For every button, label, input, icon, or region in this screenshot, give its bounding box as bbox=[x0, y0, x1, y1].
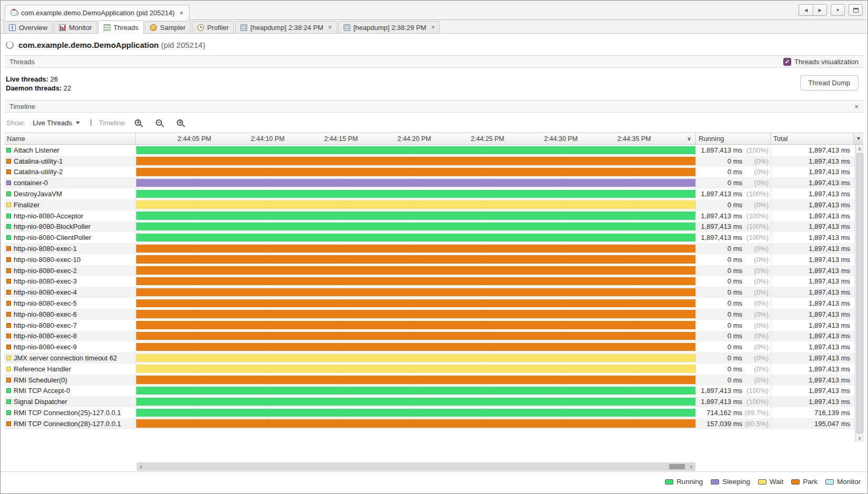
table-row[interactable]: http-nio-8080-exec-80 ms(0%)1,897,413 ms bbox=[4, 331, 864, 342]
table-row[interactable]: http-nio-8080-exec-90 ms(0%)1,897,413 ms bbox=[4, 341, 864, 352]
total-column-header[interactable]: Total bbox=[771, 133, 854, 144]
daemon-threads-value: 22 bbox=[64, 84, 71, 92]
daemon-threads-line: Daemon threads: 22 bbox=[6, 84, 862, 93]
running-column-header[interactable]: Running bbox=[696, 133, 771, 144]
show-threads-dropdown[interactable]: Live Threads bbox=[29, 117, 83, 128]
close-tab-icon[interactable]: × bbox=[179, 9, 184, 17]
thread-state-icon bbox=[6, 345, 11, 349]
tab-profiler[interactable]: Profiler bbox=[192, 21, 234, 33]
table-row[interactable]: http-nio-8080-exec-40 ms(0%)1,897,413 ms bbox=[4, 287, 864, 298]
zoom-fit-icon[interactable]: + bbox=[177, 119, 183, 126]
close-timeline-icon[interactable]: × bbox=[854, 103, 859, 110]
thread-state-icon bbox=[6, 410, 11, 415]
thread-running-cell: 0 ms(0%) bbox=[696, 276, 771, 287]
table-row[interactable]: Attach Listener1,897,413 ms(100%)1,897,4… bbox=[4, 145, 864, 156]
running-value: 0 ms bbox=[728, 256, 742, 264]
table-row[interactable]: Catalina-utility-20 ms(0%)1,897,413 ms bbox=[4, 167, 864, 178]
table-row[interactable]: RMI Scheduler(0)0 ms(0%)1,897,413 ms bbox=[4, 375, 864, 386]
sort-chevron-icon[interactable]: ∨ bbox=[687, 135, 691, 142]
table-row[interactable]: http-nio-8080-BlockPoller1,897,413 ms(10… bbox=[4, 221, 864, 233]
running-percent: (0%) bbox=[742, 157, 769, 165]
thread-timeline-cell bbox=[136, 287, 696, 298]
tab-list-button[interactable]: ▼ bbox=[831, 4, 845, 16]
table-row[interactable]: container-00 ms(0%)1,897,413 ms bbox=[4, 177, 864, 188]
application-tab-label: com.example.demo.DemoApplication (pid 20… bbox=[21, 9, 175, 17]
tab--heapdump-2-38-24-pm[interactable]: [heapdump] 2:38:24 PM× bbox=[235, 21, 337, 33]
time-tick: 2:44:05 PM bbox=[178, 133, 211, 145]
thread-running-cell: 0 ms(0%) bbox=[696, 199, 771, 210]
thread-total-cell: 1,897,413 ms bbox=[771, 396, 854, 407]
vertical-scrollbar[interactable]: ∧ ∨ bbox=[855, 145, 864, 442]
restore-window-button[interactable] bbox=[849, 4, 863, 16]
table-row[interactable]: RMI TCP Connection(28)-127.0.0.1157,039 … bbox=[4, 418, 864, 429]
table-row[interactable]: http-nio-8080-exec-100 ms(0%)1,897,413 m… bbox=[4, 254, 864, 265]
table-row[interactable]: Finalizer0 ms(0%)1,897,413 ms bbox=[4, 199, 864, 210]
application-tab[interactable]: com.example.demo.DemoApplication (pid 20… bbox=[5, 5, 189, 20]
time-tick: 2:44:25 PM bbox=[471, 133, 504, 145]
thread-state-icon bbox=[6, 388, 11, 393]
thread-running-cell: 0 ms(0%) bbox=[696, 243, 771, 254]
thread-timeline-cell bbox=[136, 396, 696, 407]
name-column-header[interactable]: Name bbox=[4, 133, 136, 144]
horizontal-scroll-track[interactable] bbox=[145, 462, 687, 471]
running-value: 0 ms bbox=[728, 201, 742, 209]
thread-activity-bar bbox=[136, 398, 695, 406]
table-row[interactable]: http-nio-8080-exec-60 ms(0%)1,897,413 ms bbox=[4, 309, 864, 320]
vertical-scroll-thumb[interactable] bbox=[856, 153, 863, 433]
thread-state-icon bbox=[6, 191, 11, 196]
thread-name-cell: http-nio-8080-exec-9 bbox=[4, 341, 136, 352]
thread-running-cell: 0 ms(0%) bbox=[696, 177, 771, 188]
table-row[interactable]: http-nio-8080-exec-70 ms(0%)1,897,413 ms bbox=[4, 320, 864, 331]
scroll-right-icon[interactable]: › bbox=[687, 463, 695, 470]
back-button[interactable]: ◀ bbox=[799, 4, 813, 16]
tab-threads[interactable]: Threads bbox=[98, 21, 144, 34]
scroll-up-icon[interactable]: ∧ bbox=[855, 145, 864, 153]
table-row[interactable]: RMI TCP Accept-01,897,413 ms(100%)1,897,… bbox=[4, 386, 864, 397]
running-percent: (100%) bbox=[742, 387, 769, 395]
table-row[interactable]: RMI TCP Connection(25)-127.0.0.1714,162 … bbox=[4, 407, 864, 418]
zoom-out-icon[interactable]: − bbox=[156, 119, 162, 126]
thread-timeline-cell bbox=[136, 232, 696, 243]
horizontal-scrollbar[interactable]: ‹ › bbox=[137, 462, 695, 471]
running-percent: (0%) bbox=[742, 245, 769, 253]
legend-swatch bbox=[758, 479, 766, 485]
table-row[interactable]: JMX server connection timeout 620 ms(0%)… bbox=[4, 352, 864, 364]
tab--heapdump-2-38-29-pm[interactable]: [heapdump] 2:38:29 PM× bbox=[338, 21, 440, 33]
table-row[interactable]: http-nio-8080-ClientPoller1,897,413 ms(1… bbox=[4, 232, 864, 243]
thread-total-cell: 716,139 ms bbox=[771, 407, 854, 418]
table-row[interactable]: http-nio-8080-exec-20 ms(0%)1,897,413 ms bbox=[4, 265, 864, 276]
thread-name-cell: Signal Dispatcher bbox=[4, 396, 136, 407]
table-row[interactable]: DestroyJavaVM1,897,413 ms(100%)1,897,413… bbox=[4, 188, 864, 199]
horizontal-scroll-thumb[interactable] bbox=[669, 464, 685, 469]
thread-dump-button[interactable]: Thread Dump bbox=[800, 75, 859, 90]
column-picker-button[interactable] bbox=[854, 133, 863, 144]
table-row[interactable]: Reference Handler0 ms(0%)1,897,413 ms bbox=[4, 364, 864, 375]
tab-sampler[interactable]: Sampler bbox=[145, 21, 190, 33]
table-row[interactable]: http-nio-8080-exec-10 ms(0%)1,897,413 ms bbox=[4, 243, 864, 254]
threads-visualization-checkbox[interactable]: ✓ bbox=[783, 58, 791, 66]
timeline-column-header[interactable]: ∨ 2:44:05 PM2:44:10 PM2:44:15 PM2:44:20 … bbox=[136, 133, 696, 144]
thread-total-cell: 1,897,413 ms bbox=[771, 210, 854, 221]
table-row[interactable]: http-nio-8080-Acceptor1,897,413 ms(100%)… bbox=[4, 210, 864, 221]
table-row[interactable]: Catalina-utility-10 ms(0%)1,897,413 ms bbox=[4, 156, 864, 167]
tab-monitor[interactable]: Monitor bbox=[54, 21, 97, 33]
thread-name-cell: http-nio-8080-exec-5 bbox=[4, 298, 136, 309]
close-tab-icon[interactable]: × bbox=[328, 24, 332, 31]
forward-button[interactable]: ▶ bbox=[813, 4, 827, 16]
thread-activity-bar bbox=[136, 179, 695, 187]
running-value: 1,897,413 ms bbox=[701, 146, 742, 154]
thread-state-icon bbox=[6, 356, 11, 360]
thread-name: Catalina-utility-2 bbox=[14, 168, 63, 176]
table-row[interactable]: http-nio-8080-exec-30 ms(0%)1,897,413 ms bbox=[4, 276, 864, 287]
tab-overview[interactable]: Overview bbox=[4, 21, 53, 33]
table-row[interactable]: Signal Dispatcher1,897,413 ms(100%)1,897… bbox=[4, 396, 864, 407]
zoom-in-icon[interactable]: + bbox=[135, 119, 141, 126]
thread-activity-bar bbox=[136, 157, 695, 165]
scroll-left-icon[interactable]: ‹ bbox=[137, 463, 145, 470]
close-tab-icon[interactable]: × bbox=[431, 24, 435, 31]
scroll-down-icon[interactable]: ∨ bbox=[855, 434, 864, 442]
table-row[interactable]: http-nio-8080-exec-50 ms(0%)1,897,413 ms bbox=[4, 298, 864, 309]
thread-name: RMI TCP Accept-0 bbox=[14, 387, 70, 395]
thread-name-cell: http-nio-8080-exec-3 bbox=[4, 276, 136, 287]
thread-total-cell: 1,897,413 ms bbox=[771, 320, 854, 331]
